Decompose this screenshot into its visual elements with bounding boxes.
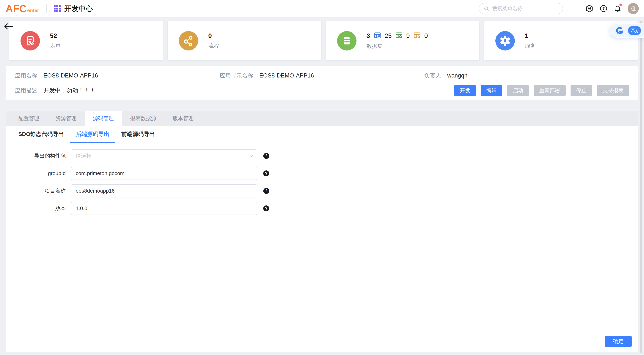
stat-cards-row: 52 表单 0 流程 [9,21,638,60]
forms-label: 表单 [50,42,61,50]
stat-card-datasets-text: 3 25 [366,32,428,50]
subtab-sdo-static-export[interactable]: SDO静态代码导出 [12,126,70,143]
app-grid-icon[interactable] [54,5,61,12]
ai-badge-text: AI [588,7,591,10]
main-tab-bar: 配置管理 资源管理 源码管理 报表数据源 版本管理 [6,111,638,126]
help-icon[interactable]: ? [599,4,608,13]
tenant-avatar[interactable]: 租 [628,3,639,14]
app-name-item: 应用名称: EOS8-DEMO-APP16 [15,72,220,79]
export-subtab-bar: SDO静态代码导出 后端源码导出 前端源码导出 [6,126,638,143]
tab-resource-management[interactable]: 资源管理 [47,111,85,126]
form-icon [20,31,40,50]
help-glyph: ? [265,171,267,176]
package-select-input[interactable] [71,149,257,162]
datasets-counts-row: 3 25 [366,32,428,39]
version-help-icon[interactable]: ? [263,205,269,211]
app-display-name-label: 应用显示名称: [220,72,255,79]
project-name-field [71,184,257,197]
groupid-help-icon[interactable]: ? [263,170,269,176]
datasets-count-2: 9 [406,32,410,39]
stat-card-services-text: 1 服务 [525,32,536,50]
datasets-count-3: 0 [424,32,428,39]
page-title: 开发中心 [64,4,93,13]
project-name-field-label: 项目名称 [6,187,71,194]
tab-source-management[interactable]: 源码管理 [85,111,122,126]
app-display-name-value: EOS8-DEMO-APP16 [259,72,314,79]
translate-zh-glyph: 文 [631,27,635,32]
app-owner-label: 负责人: [424,72,443,79]
app-info-row1: 应用名称: EOS8-DEMO-APP16 应用显示名称: EOS8-DEMO-… [15,72,629,79]
package-select[interactable] [71,149,257,162]
stat-card-processes-text: 0 流程 [208,32,219,50]
datasets-count-1: 25 [385,32,392,39]
scrollbar[interactable] [640,20,642,353]
form-row-version: 版本 ? [6,202,638,215]
package-field-label: 导出的构件包 [6,152,71,159]
services-count: 1 [525,32,536,39]
afcenter-logo[interactable]: AFC enter [6,3,39,13]
notification-bell-icon[interactable] [614,4,622,13]
stat-card-forms-text: 52 表单 [50,32,61,50]
version-input[interactable] [71,202,257,215]
datasets-label: 数据集 [366,42,428,50]
stop-button[interactable]: 停止 [570,85,592,96]
report-support-button[interactable]: 支持报表 [597,85,629,96]
redeploy-button[interactable]: 重新部署 [534,85,566,96]
tab-report-datasource[interactable]: 报表数据源 [122,111,164,126]
tab-config-management[interactable]: 配置管理 [10,111,47,126]
form-row-package: 导出的构件包 ? [6,149,638,162]
dataset-icon [337,31,356,50]
assistant-logo-icon[interactable] [614,26,624,35]
stat-card-datasets: 3 25 [326,21,479,60]
stat-card-forms: 52 表单 [9,21,163,60]
ai-assistant-icon[interactable]: AI [585,4,594,13]
translate-icon[interactable]: 文 A [628,26,641,35]
form-row-groupid: groupId ? [6,167,638,180]
avatar-text: 租 [631,5,636,12]
app-owner-item: 负责人: wangqh [424,72,629,79]
app-info-row2: 应用描述: 开发中，勿动！！！ 开发 编辑 启动 重新部署 停止 支持报表 [15,85,629,96]
dataset-config-icon [413,32,421,39]
help-glyph: ? [265,188,267,193]
processes-label: 流程 [208,42,219,50]
notification-dot [620,3,622,6]
app-desc-value: 开发中，勿动！！！ [44,87,96,94]
groupid-field-label: groupId [6,170,71,176]
search-icon [484,6,489,11]
logo-sub-text: enter [27,8,39,13]
groupid-input[interactable] [71,167,257,180]
assistant-float-widget[interactable]: 文 A [610,23,644,38]
subtab-frontend-export[interactable]: 前端源码导出 [116,126,161,143]
app-display-name-item: 应用显示名称: EOS8-DEMO-APP16 [220,72,424,79]
confirm-button[interactable]: 确定 [605,336,632,347]
project-name-help-icon[interactable]: ? [263,188,269,194]
app-desc-item: 应用描述: 开发中，勿动！！！ [15,87,96,94]
translate-en-glyph: A [635,29,638,33]
form-row-project-name: 项目名称 ? [6,184,638,197]
subtab-backend-export[interactable]: 后端源码导出 [70,126,116,143]
project-name-input[interactable] [71,184,257,197]
help-glyph-text: ? [602,6,605,11]
backend-export-form: 导出的构件包 ? groupId ? 项目名称 [6,143,638,215]
dataset-query-icon [395,32,403,39]
back-button[interactable] [4,22,14,32]
forms-count: 52 [50,32,61,39]
processes-count: 0 [208,32,219,39]
app-name-value: EOS8-DEMO-APP16 [44,72,98,79]
package-help-icon[interactable]: ? [263,153,269,159]
tab-version-management[interactable]: 版本管理 [164,111,202,126]
version-field-label: 版本 [6,205,71,212]
develop-button[interactable]: 开发 [454,85,476,96]
stat-card-processes: 0 流程 [168,21,321,60]
menu-search-box[interactable] [479,3,563,14]
process-icon [179,31,198,50]
start-button[interactable]: 启动 [507,85,529,96]
version-field [71,202,257,215]
edit-button[interactable]: 编辑 [481,85,502,96]
help-glyph: ? [265,206,267,211]
groupid-field [71,167,257,180]
header-divider [46,4,46,13]
main-panel: 配置管理 资源管理 源码管理 报表数据源 版本管理 SDO静态代码导出 后端源码… [6,111,638,352]
top-bar: AFC enter 开发中心 AI ? [0,0,644,17]
search-input[interactable] [492,6,558,11]
